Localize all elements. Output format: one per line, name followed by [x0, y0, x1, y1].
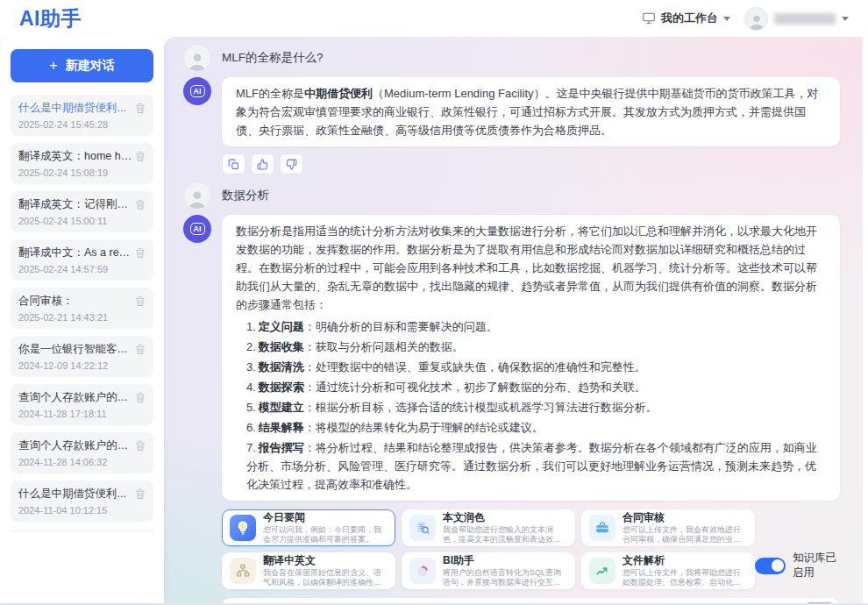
conversation-title: 合同审核：: [18, 294, 74, 309]
toggle-knob: [772, 559, 784, 572]
step-text: ：获取与分析问题相关的数据。: [304, 340, 464, 353]
card-bi-assistant[interactable]: BI助手 将用户的自然语言转化为SQL查询语句，并直接与数据库进行交互，返回智能…: [402, 552, 575, 589]
user-message-text: MLF的全称是什么?: [222, 50, 324, 66]
conversation-title: 翻译成中文：As a reader...: [18, 246, 135, 260]
step-label: 结果解释: [259, 421, 304, 434]
trash-icon[interactable]: [135, 151, 146, 162]
conversation-item[interactable]: 什么是中期借贷便利... 2025-02-24 15:45:28: [11, 95, 153, 136]
step-number: 4.: [246, 381, 256, 394]
card-body: 本文润色 我会帮助您进行您输入的文本润色，提高文本的流畅度和表达效果。: [443, 511, 567, 544]
trash-icon[interactable]: [135, 247, 146, 259]
step-label: 模型建立: [259, 401, 304, 414]
conversation-item[interactable]: 查询个人存款账户的最新... 2024-11-28 14:06:32: [11, 432, 153, 473]
conversation-title: 查询个人存款账户的最新...: [18, 390, 135, 405]
conversation-item[interactable]: 查询个人存款账户的最新... 2024-11-28 17:18:11: [11, 384, 153, 425]
scrollbar[interactable]: [862, 37, 868, 603]
card-desc: 您可以上传文件，我将帮助您进行如数据处理、信息检索、自动化办公等。: [623, 568, 747, 587]
conversation-item[interactable]: 什么是中期借贷便利... 2024-11-04 10:12:15: [11, 480, 153, 522]
card-today-news[interactable]: 今日要闻 您可以问我，例如：今日要闻，我会尽力提供准确和可靠的答案。: [222, 509, 395, 546]
conversation-row: 查询个人存款账户的最新...: [18, 390, 146, 405]
step-text: ：根据分析目标，选择合适的统计模型或机器学习算法进行数据分析。: [304, 401, 658, 414]
step-number: 6.: [246, 421, 256, 434]
ai-text-prefix: MLF的全称是: [236, 87, 304, 100]
conversation-title: 查询个人存款账户的最新...: [18, 438, 135, 453]
conversation-row: 翻译成英文：记得刚开始...: [18, 197, 146, 212]
user-account-menu[interactable]: [744, 7, 849, 31]
knowledge-base-label: 知识库已启用: [793, 551, 840, 580]
step-label: 数据收集: [259, 340, 304, 353]
thumbs-up-button[interactable]: [251, 153, 274, 174]
doc-polish-icon: [409, 515, 436, 541]
trash-icon[interactable]: [135, 392, 146, 403]
conversation-title: 翻译成英文：记得刚开始...: [18, 197, 135, 212]
trash-icon[interactable]: [135, 488, 146, 500]
plus-icon: +: [49, 58, 57, 74]
user-avatar: [183, 182, 211, 210]
copy-button[interactable]: [222, 153, 245, 174]
ai-intro-text: 数据分析是指用适当的统计分析方法对收集来的大量数据进行分析，将它们加以汇总和理解…: [236, 224, 817, 311]
person-icon: [186, 188, 209, 209]
thumbs-down-button[interactable]: [280, 153, 303, 174]
pie-chart-icon: [409, 558, 436, 584]
step-number: 1.: [246, 320, 256, 333]
ai-badge: AI: [190, 223, 205, 235]
sitemap-icon: [230, 558, 256, 584]
conversation-time: 2025-02-24 15:45:28: [18, 119, 146, 130]
card-title: 翻译中英文: [263, 554, 388, 566]
conversation-item[interactable]: 翻译成中文：As a reader... 2025-02-24 14:57:59: [11, 239, 153, 281]
step-item: 4.数据探索：通过统计分析和可视化技术，初步了解数据的分布、趋势和关联。: [246, 378, 826, 396]
card-translate[interactable]: 翻译中英文 我会旨在保留原始信息的含义、语气和风格，以确保翻译的准确性和自然流畅…: [222, 552, 395, 589]
new-conversation-button[interactable]: + 新建对话: [11, 49, 153, 82]
conversation-time: 2024-11-04 10:12:15: [18, 505, 146, 516]
conversation-title: 翻译成英文：home home: [18, 149, 135, 164]
card-desc: 将用户的自然语言转化为SQL查询语句，并直接与数据库进行交互，返回智能推荐的图表…: [443, 568, 567, 587]
conversation-time: 2024-12-09 14:22:12: [18, 360, 146, 371]
card-body: 翻译中英文 我会旨在保留原始信息的含义、语气和风格，以确保翻译的准确性和自然流畅…: [263, 554, 388, 587]
card-file-parse[interactable]: 文件解析 您可以上传文件，我将帮助您进行如数据处理、信息检索、自动化办公等。: [581, 552, 755, 589]
conversation-row: 什么是中期借贷便利...: [18, 101, 146, 116]
conversation-item[interactable]: 合同审核： 2025-02-21 14:43:21: [11, 288, 153, 329]
step-item: 3.数据清洗：处理数据中的错误、重复或缺失值，确保数据的准确性和完整性。: [246, 358, 826, 376]
app-logo: AI助手: [19, 5, 82, 32]
card-contract-review[interactable]: 合同审核 您可以上传文件，我会有效地进行合同审核，确保合同满足您的业务需求。: [581, 509, 755, 546]
conversation-row: 翻译成中文：As a reader...: [18, 246, 146, 260]
conversation-item[interactable]: 翻译成英文：记得刚开始... 2025-02-24 15:00:11: [11, 191, 153, 232]
conversation-item[interactable]: 你是一位银行智能客服，... 2024-12-09 14:22:12: [11, 336, 153, 377]
chevron-down-icon: [723, 17, 730, 21]
trash-icon[interactable]: [135, 440, 146, 452]
conversation-row: 合同审核：: [18, 294, 146, 309]
thumbs-up-icon: [257, 159, 268, 170]
conversation-time: 2024-11-28 17:18:11: [18, 409, 146, 419]
ai-message-mlf: AI MLF的全称是中期借贷便利（Medium-term Lending Fac…: [183, 77, 840, 146]
trash-icon[interactable]: [135, 295, 146, 307]
step-item: 2.数据收集：获取与分析问题相关的数据。: [246, 338, 826, 356]
card-body: BI助手 将用户的自然语言转化为SQL查询语句，并直接与数据库进行交互，返回智能…: [443, 554, 567, 587]
conversation-sidebar: + 新建对话 什么是中期借贷便利... 2025-02-24 15:45:28 …: [0, 37, 164, 603]
conversation-row: 查询个人存款账户的最新...: [18, 438, 146, 453]
card-desc: 我会帮助您进行您输入的文本润色，提高文本的流畅度和表达效果。: [443, 525, 567, 544]
ai-message-bubble: MLF的全称是中期借贷便利（Medium-term Lending Facili…: [222, 77, 840, 146]
step-item: 5.模型建立：根据分析目标，选择合适的统计模型或机器学习算法进行数据分析。: [246, 398, 826, 416]
card-title: BI助手: [443, 554, 567, 566]
conversation-row: 你是一位银行智能客服，...: [18, 342, 146, 357]
avatar: [744, 7, 768, 31]
thumbs-down-icon: [286, 159, 297, 170]
workspace-label: 我的工作台: [661, 11, 718, 26]
send-button[interactable]: [803, 602, 836, 604]
trash-icon[interactable]: [135, 344, 146, 355]
trash-icon[interactable]: [135, 199, 146, 210]
trash-icon[interactable]: [135, 103, 146, 114]
user-message-text: 数据分析: [222, 188, 269, 203]
conversation-item[interactable]: 翻译成英文：home home 2025-02-24 15:08:19: [11, 143, 153, 184]
message-composer: [222, 598, 840, 603]
step-item: 7.报告撰写：将分析过程、结果和结论整理成报告，供决策者参考。数据分析在各个领域…: [246, 438, 826, 494]
conversation-row: 什么是中期借贷便利...: [18, 487, 146, 502]
ai-avatar: AI: [183, 215, 211, 243]
workspace-menu[interactable]: 我的工作台: [642, 11, 730, 26]
card-text-polish[interactable]: 本文润色 我会帮助您进行您输入的文本润色，提高文本的流畅度和表达效果。: [402, 509, 575, 546]
card-body: 今日要闻 您可以问我，例如：今日要闻，我会尽力提供准确和可靠的答案。: [263, 511, 388, 544]
copy-icon: [228, 159, 239, 170]
conversation-time: 2025-02-24 15:08:19: [18, 167, 146, 178]
knowledge-base-toggle[interactable]: [755, 558, 786, 574]
sidebar-divider: [11, 530, 153, 531]
